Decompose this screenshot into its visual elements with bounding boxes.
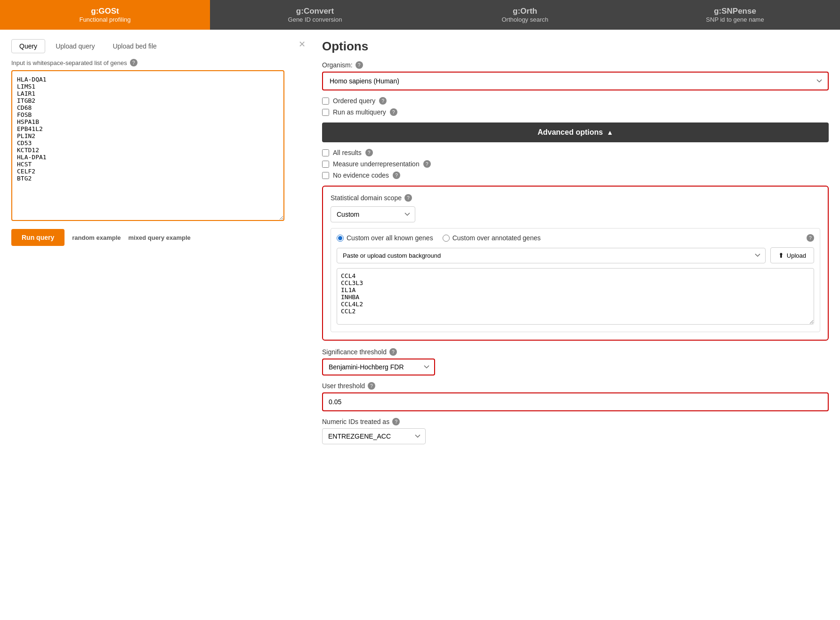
help-icon-multiquery[interactable]: ? bbox=[390, 108, 397, 116]
all-results-label: All results bbox=[333, 149, 362, 156]
custom-options-area: Custom over all known genes Custom over … bbox=[331, 228, 820, 332]
right-panel: Options Organism: ? Homo sapiens (Human)… bbox=[322, 39, 829, 451]
close-button[interactable]: ✕ bbox=[299, 39, 306, 49]
stat-domain-select[interactable]: Custom Annotated genes only All known ge… bbox=[331, 206, 415, 222]
all-results-checkbox[interactable] bbox=[322, 149, 329, 156]
help-icon-numeric-ids[interactable]: ? bbox=[392, 418, 400, 425]
nav-item-gsnpense[interactable]: g:SNPense SNP id to gene name bbox=[630, 0, 840, 30]
mixed-query-button[interactable]: mixed query example bbox=[129, 234, 191, 241]
nav-item-gorth[interactable]: g:Orth Orthology search bbox=[420, 0, 630, 30]
user-threshold-input[interactable] bbox=[322, 392, 829, 411]
tab-upload-bed[interactable]: Upload bed file bbox=[105, 40, 164, 53]
nav-subtitle-gorth: Orthology search bbox=[425, 16, 625, 23]
help-icon-custom-scope[interactable]: ? bbox=[807, 234, 814, 242]
no-evidence-label: No evidence codes bbox=[333, 171, 389, 179]
chevron-up-icon: ▲ bbox=[606, 129, 613, 136]
gene-input[interactable]: HLA-DQA1 LIMS1 LAIR1 ITGB2 CD68 FOSB HSP… bbox=[11, 70, 284, 221]
tab-query[interactable]: Query bbox=[11, 39, 45, 53]
numeric-ids-label: Numeric IDs treated as ? bbox=[322, 418, 829, 425]
background-genes-input[interactable]: CCL4 CCL3L3 IL1A INHBA CCL4L2 CCL2 bbox=[337, 268, 814, 325]
nav-title-gorth: g:Orth bbox=[425, 7, 625, 16]
top-nav: g:GOSt Functional profiling g:Convert Ge… bbox=[0, 0, 840, 30]
upload-icon: ⬆ bbox=[778, 252, 784, 259]
numeric-ids-select[interactable]: ENTREZGENE_ACC ENSEMBL_GENE UNIPROTSWISS… bbox=[322, 428, 426, 444]
all-results-row: All results ? bbox=[322, 149, 829, 156]
ordered-query-row: Ordered query ? bbox=[322, 97, 829, 105]
random-example-button[interactable]: random example bbox=[72, 234, 121, 241]
nav-subtitle-gconvert: Gene ID conversion bbox=[215, 16, 415, 23]
upload-button[interactable]: ⬆ Upload bbox=[770, 247, 814, 263]
advanced-options-content: All results ? Measure underrepresentatio… bbox=[322, 149, 829, 444]
nav-subtitle-gost: Functional profiling bbox=[5, 16, 205, 23]
no-evidence-checkbox[interactable] bbox=[322, 172, 329, 179]
stat-domain-box: Statistical domain scope ? Custom Annota… bbox=[322, 186, 829, 341]
underrep-label: Measure underrepresentation bbox=[333, 160, 420, 168]
ordered-query-checkbox[interactable] bbox=[322, 98, 329, 105]
nav-item-gconvert[interactable]: g:Convert Gene ID conversion bbox=[210, 0, 420, 30]
nav-title-gost: g:GOSt bbox=[5, 7, 205, 16]
help-icon-stat-domain[interactable]: ? bbox=[404, 194, 412, 202]
nav-subtitle-gsnpense: SNP id to gene name bbox=[635, 16, 835, 23]
radio-row: Custom over all known genes Custom over … bbox=[337, 234, 814, 242]
multiquery-checkbox[interactable] bbox=[322, 109, 329, 116]
nav-title-gconvert: g:Convert bbox=[215, 7, 415, 16]
help-icon-input[interactable]: ? bbox=[130, 59, 137, 66]
help-icon-all-results[interactable]: ? bbox=[365, 149, 373, 156]
help-icon-organism[interactable]: ? bbox=[355, 61, 363, 69]
help-icon-ordered[interactable]: ? bbox=[379, 97, 387, 105]
no-evidence-row: No evidence codes ? bbox=[322, 171, 829, 179]
radio-custom-all[interactable] bbox=[337, 235, 344, 242]
advanced-options-button[interactable]: Advanced options ▲ bbox=[322, 122, 829, 142]
help-icon-underrep[interactable]: ? bbox=[423, 160, 431, 168]
ordered-query-label: Ordered query bbox=[333, 97, 375, 105]
sig-threshold-select[interactable]: Benjamini-Hochberg FDR Bonferroni g:SCS … bbox=[322, 359, 435, 375]
radio-custom-all-label[interactable]: Custom over all known genes bbox=[337, 234, 433, 242]
multiquery-row: Run as multiquery ? bbox=[322, 108, 829, 116]
organism-select[interactable]: Homo sapiens (Human) Mus musculus (Mouse… bbox=[322, 72, 829, 90]
help-icon-user-threshold[interactable]: ? bbox=[368, 382, 375, 390]
radio-custom-annotated-label[interactable]: Custom over annotated genes bbox=[443, 234, 541, 242]
organism-label: Organism: ? bbox=[322, 61, 829, 69]
query-buttons: Run query random example mixed query exa… bbox=[11, 229, 284, 246]
paste-upload-row: Paste or upload custom background ⬆ Uplo… bbox=[337, 247, 814, 263]
tab-bar: Query Upload query Upload bed file bbox=[11, 39, 284, 53]
help-icon-sig-threshold[interactable]: ? bbox=[389, 348, 397, 356]
underrep-checkbox[interactable] bbox=[322, 161, 329, 168]
stat-domain-label: Statistical domain scope ? bbox=[331, 194, 820, 202]
left-panel: Query Upload query Upload bed file Input… bbox=[11, 39, 284, 451]
tab-upload-query[interactable]: Upload query bbox=[48, 40, 102, 53]
options-title: Options bbox=[322, 39, 829, 54]
radio-custom-annotated[interactable] bbox=[443, 235, 450, 242]
input-label: Input is whitespace-separated list of ge… bbox=[11, 59, 284, 66]
nav-item-gost[interactable]: g:GOSt Functional profiling bbox=[0, 0, 210, 30]
underrep-row: Measure underrepresentation ? bbox=[322, 160, 829, 168]
help-icon-no-evidence[interactable]: ? bbox=[393, 171, 400, 179]
multiquery-label: Run as multiquery bbox=[333, 108, 386, 116]
user-threshold-label: User threshold ? bbox=[322, 382, 829, 390]
nav-title-gsnpense: g:SNPense bbox=[635, 7, 835, 16]
sig-threshold-label: Significance threshold ? bbox=[322, 348, 829, 356]
run-query-button[interactable]: Run query bbox=[11, 229, 65, 246]
paste-upload-select[interactable]: Paste or upload custom background bbox=[337, 248, 766, 263]
